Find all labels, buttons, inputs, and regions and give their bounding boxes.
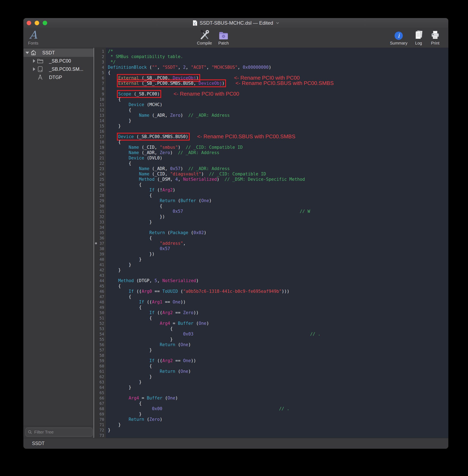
code-line[interactable]: Name (_CID, "diagsvault") // _CID: Compa… xyxy=(106,171,448,177)
chevron-down-icon[interactable] xyxy=(276,22,279,24)
code-line[interactable]: Name (_ADR, 0x57) // _ADR: Address xyxy=(106,166,448,171)
code-line[interactable]: Return (One) xyxy=(106,369,448,374)
code-line[interactable]: } xyxy=(106,427,448,433)
code-area[interactable]: /* * SMBus compatibility table. */Defini… xyxy=(106,48,448,438)
code-line[interactable]: } xyxy=(106,219,448,225)
line-number: 46 xyxy=(94,289,106,294)
code-line[interactable]: Arg4 = Buffer (One) xyxy=(106,395,448,401)
patch-button[interactable]: Patch xyxy=(206,28,241,45)
close-button[interactable] xyxy=(27,21,31,25)
code-line[interactable]: { xyxy=(106,326,448,331)
code-line[interactable]: } xyxy=(106,337,448,342)
code-line[interactable]: } xyxy=(106,123,448,129)
line-number: 25 xyxy=(94,177,106,182)
rename-annotation: <- Rename PCI0.SBUS with PC00.SMBS xyxy=(235,80,334,86)
code-line[interactable]: { xyxy=(106,363,448,369)
code-line[interactable]: { xyxy=(106,139,448,145)
code-line[interactable]: Scope (_SB.PC00)<- Rename PCI0 with PC00 xyxy=(106,91,448,97)
code-line[interactable]: */ xyxy=(106,59,448,65)
code-line[interactable]: DefinitionBlock ("", "SSDT", 2, "ACDT", … xyxy=(106,65,448,70)
code-line[interactable]: { xyxy=(106,161,448,166)
code-line[interactable]: "address", xyxy=(106,241,448,246)
code-line[interactable]: { xyxy=(106,315,448,321)
code-line[interactable]: Device (DVL0) xyxy=(106,155,448,161)
code-editor[interactable]: 1234567891011121314151617181920212223242… xyxy=(94,48,448,438)
code-line[interactable]: Arg4 = Buffer (One) xyxy=(106,321,448,326)
filter-tree-input[interactable] xyxy=(34,430,90,435)
tree-item-sb-pc00[interactable]: _SB.PC00 xyxy=(23,57,93,65)
code-line[interactable]: } xyxy=(106,267,448,273)
code-line[interactable]: External (_SB_.PC00.SMBS.BUS0, DeviceObj… xyxy=(106,81,448,86)
code-line[interactable]: Return (Buffer (One) xyxy=(106,198,448,203)
code-line[interactable]: { xyxy=(106,294,448,299)
code-line[interactable]: { xyxy=(106,305,448,310)
code-line[interactable]: { xyxy=(106,193,448,198)
code-line[interactable]: If ((Arg1 == One)) xyxy=(106,299,448,305)
code-line[interactable]: } xyxy=(106,411,448,417)
code-line[interactable]: { xyxy=(106,203,448,209)
tree-item-dtgp[interactable]: DTGP xyxy=(23,73,93,81)
code-line[interactable]: Device (_SB.PC00.SMBS.BUS0)<- Rename PCI… xyxy=(106,134,448,139)
code-line[interactable]: { xyxy=(106,182,448,187)
titlebar: SSDT-SBUS-MCHC.dsl — Edited xyxy=(23,18,448,28)
line-number: 49 xyxy=(94,305,106,310)
code-line[interactable]: } xyxy=(106,374,448,379)
line-number: 66 xyxy=(94,395,106,401)
code-line[interactable]: If ((Arg0 == ToUUID ("a0b5b7c6-1318-441c… xyxy=(106,289,448,294)
code-line[interactable]: }) xyxy=(106,214,448,219)
code-line[interactable] xyxy=(106,225,448,230)
code-line[interactable] xyxy=(106,273,448,278)
code-line[interactable]: } xyxy=(106,262,448,267)
line-number: 57 xyxy=(94,347,106,353)
code-line[interactable]: Method (DTGP, 5, NotSerialized) xyxy=(106,278,448,283)
tree-item-ssdt[interactable]: SSDT xyxy=(23,49,93,57)
line-number: 40 xyxy=(94,257,106,262)
code-line[interactable]: { xyxy=(106,107,448,113)
minimize-button[interactable] xyxy=(35,21,39,25)
code-line[interactable]: /* xyxy=(106,49,448,54)
code-line[interactable]: * SMBus compatibility table. xyxy=(106,54,448,59)
code-line[interactable]: Name (_ADR, Zero) // _ADR: Address xyxy=(106,150,448,155)
code-line[interactable]: Device (MCHC) xyxy=(106,102,448,107)
fonts-button[interactable]: A Fonts xyxy=(23,28,51,45)
code-line[interactable]: Return (Zero) xyxy=(106,417,448,422)
code-line[interactable]: { xyxy=(106,283,448,289)
code-line[interactable]: If (!Arg2) xyxy=(106,187,448,193)
code-line[interactable]: If ((Arg2 == One)) xyxy=(106,358,448,363)
disclosure-triangle-icon[interactable] xyxy=(25,52,30,54)
line-number: 24 xyxy=(94,171,106,177)
fonts-label: Fonts xyxy=(28,41,38,45)
line-number: 72 xyxy=(94,427,106,433)
line-number: 8 xyxy=(94,86,106,91)
code-line[interactable] xyxy=(106,433,448,438)
tree-item-sb-pc00-sm[interactable]: _SB.PC00.SM... xyxy=(23,65,93,73)
print-button[interactable]: Print xyxy=(418,28,448,45)
code-line[interactable]: Name (_ADR, Zero) // _ADR: Address xyxy=(106,113,448,118)
code-line[interactable]: } xyxy=(106,257,448,262)
code-line[interactable]: 0x00 // . xyxy=(106,406,448,411)
code-line[interactable]: Return (Package (0x02) xyxy=(106,230,448,235)
code-line[interactable] xyxy=(106,390,448,395)
code-line[interactable]: { xyxy=(106,97,448,102)
code-line[interactable] xyxy=(106,86,448,91)
code-line[interactable]: Method (_DSM, 4, NotSerialized) // _DSM:… xyxy=(106,177,448,182)
filter-tree-field[interactable] xyxy=(25,428,93,437)
code-line[interactable]: 0x57 // W xyxy=(106,209,448,214)
code-line[interactable]: } xyxy=(106,379,448,385)
code-line[interactable]: }) xyxy=(106,251,448,257)
code-line[interactable]: { xyxy=(106,235,448,241)
code-line[interactable]: Return (One) xyxy=(106,342,448,347)
code-line[interactable]: } xyxy=(106,347,448,353)
code-line[interactable]: } xyxy=(106,422,448,427)
code-line[interactable]: } xyxy=(106,118,448,123)
code-line[interactable]: } xyxy=(106,385,448,390)
code-line[interactable]: Name (_CID, "smbus") // _CID: Compatible… xyxy=(106,145,448,150)
code-line[interactable]: 0x57 xyxy=(106,246,448,251)
zoom-button[interactable] xyxy=(43,21,47,25)
code-line[interactable]: 0x03 // . xyxy=(106,331,448,337)
disclosure-triangle-icon[interactable] xyxy=(31,67,37,71)
code-line[interactable] xyxy=(106,353,448,358)
disclosure-triangle-icon[interactable] xyxy=(31,59,37,63)
code-line[interactable]: { xyxy=(106,401,448,406)
code-line[interactable]: If ((Arg2 == Zero)) xyxy=(106,310,448,315)
